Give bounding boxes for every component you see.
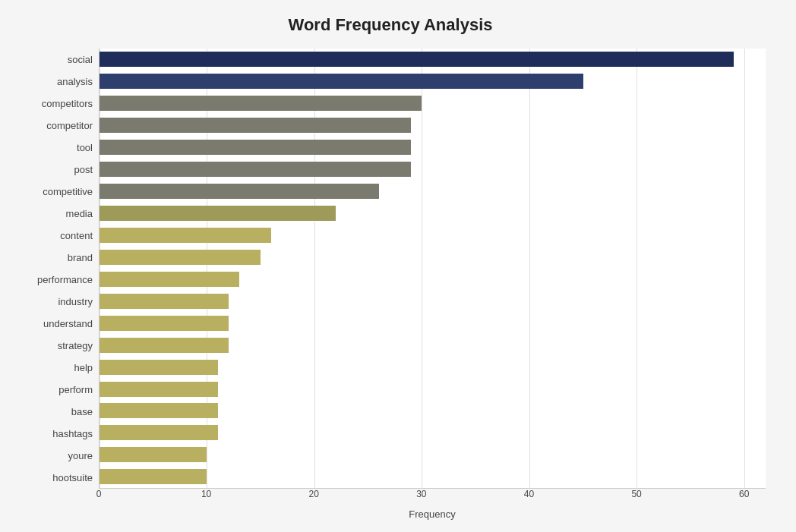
bar-row [100, 446, 766, 463]
grid-line [207, 49, 207, 488]
y-label: content [60, 226, 93, 246]
bar-row [100, 183, 766, 200]
bar-row [100, 139, 766, 156]
x-tick-label: 10 [201, 489, 211, 499]
y-label: performance [37, 270, 93, 290]
y-label: competitor [46, 116, 93, 136]
grid-line [636, 49, 637, 488]
x-labels-wrapper: 0102030405060 [99, 489, 766, 504]
chart-title: Word Frequency Analysis [15, 15, 766, 35]
bar [100, 360, 218, 375]
bar-row [100, 468, 766, 485]
bar [100, 294, 229, 309]
y-label: competitive [43, 182, 93, 202]
x-tick-label: 40 [524, 489, 534, 499]
bar [100, 96, 422, 111]
x-tick-label: 30 [416, 489, 426, 499]
x-tick-label: 50 [631, 489, 641, 499]
y-label: media [66, 204, 93, 224]
bar [100, 403, 218, 418]
bar [100, 206, 336, 221]
y-label: base [71, 402, 93, 422]
y-label: strategy [58, 336, 93, 356]
bar [100, 338, 229, 353]
bar [100, 272, 239, 287]
bar [100, 382, 218, 397]
grid-line [100, 49, 100, 488]
bar-row [100, 359, 766, 376]
y-axis: socialanalysiscompetitorscompetitortoolp… [15, 49, 99, 489]
bar [100, 250, 261, 265]
bar [100, 425, 218, 440]
bar [100, 447, 207, 462]
y-label: hootsuite [52, 468, 93, 488]
y-label: help [74, 358, 93, 378]
grid-line [744, 49, 745, 488]
x-tick-label: 20 [309, 489, 319, 499]
y-label: youre [68, 446, 93, 466]
bar [100, 52, 734, 67]
grid-line [529, 49, 530, 488]
y-label: post [74, 160, 93, 180]
bar-row [100, 337, 766, 354]
y-label: tool [77, 138, 93, 158]
bar-row [100, 249, 766, 266]
chart-area: socialanalysiscompetitorscompetitortoolp… [15, 49, 766, 489]
bar-row [100, 95, 766, 112]
y-label: social [68, 50, 93, 70]
bar-row [100, 73, 766, 90]
y-label: analysis [57, 72, 93, 92]
bar [100, 74, 583, 89]
grid-line [314, 49, 315, 488]
bar-row [100, 293, 766, 310]
y-label: brand [68, 248, 93, 268]
chart-container: Word Frequency Analysis socialanalysisco… [0, 0, 796, 532]
bar-row [100, 51, 766, 68]
x-axis-title: Frequency [99, 508, 766, 520]
bar-row [100, 315, 766, 332]
bars-area [99, 49, 766, 489]
bar [100, 469, 207, 484]
grid-line [422, 49, 422, 488]
bar-row [100, 117, 766, 134]
bar [100, 184, 379, 199]
bar-row [100, 381, 766, 398]
x-tick-label: 60 [739, 489, 749, 499]
y-label: industry [58, 292, 93, 312]
y-label: perform [58, 380, 93, 400]
bar [100, 228, 271, 243]
y-label: competitors [42, 94, 93, 114]
y-label: understand [43, 314, 93, 334]
bar-row [100, 161, 766, 178]
x-tick-label: 0 [96, 489, 102, 499]
bar [100, 140, 411, 155]
bar-row [100, 402, 766, 419]
bar-row [100, 205, 766, 222]
bar [100, 162, 411, 177]
y-label: hashtags [52, 424, 93, 444]
bar [100, 118, 411, 133]
bar-row [100, 227, 766, 244]
bar-row [100, 271, 766, 288]
bar-row [100, 424, 766, 441]
bar [100, 316, 229, 331]
